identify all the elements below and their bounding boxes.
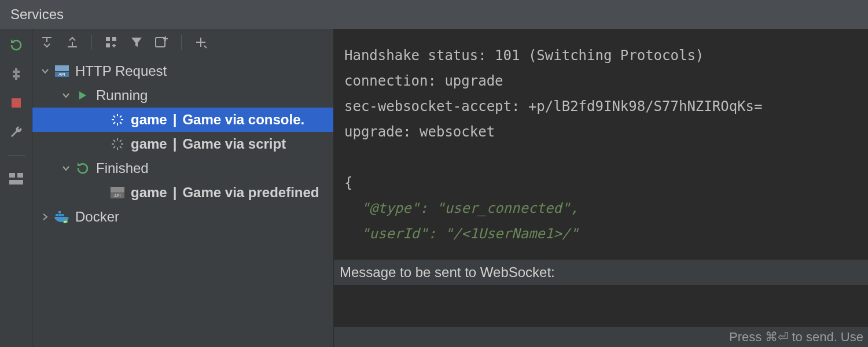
svg-rect-0 [12, 98, 21, 108]
svg-rect-2 [17, 173, 23, 178]
output-line: connection: upgrade [344, 73, 503, 89]
svg-rect-30 [56, 214, 58, 216]
status-bar: Press ⌘⏎ to send. Use [334, 326, 868, 347]
svg-rect-1 [9, 173, 15, 178]
tree-label: Running [96, 87, 148, 104]
output-line: upgrade: websocket [344, 124, 495, 140]
layout-icon[interactable] [8, 171, 24, 187]
svg-line-23 [113, 140, 115, 142]
svg-text:API: API [114, 194, 120, 198]
wrench-icon[interactable] [8, 124, 24, 140]
tree-item-name: game [131, 136, 167, 152]
services-tree[interactable]: API HTTP Request Running game | [32, 56, 333, 347]
message-label-text: Message to be sent to WebSocket: [340, 264, 555, 280]
open-new-tab-icon[interactable] [152, 32, 172, 52]
svg-rect-32 [61, 214, 64, 216]
svg-rect-4 [106, 37, 110, 41]
svg-rect-27 [111, 187, 124, 193]
toolbar-separator [181, 35, 182, 50]
svg-rect-33 [58, 211, 61, 213]
svg-rect-5 [112, 37, 116, 41]
separator [8, 155, 25, 156]
response-output[interactable]: Handshake status: 101 (Switching Protoco… [334, 29, 868, 259]
filter-icon[interactable] [127, 32, 146, 52]
chevron-down-icon [60, 91, 72, 99]
collapse-all-icon[interactable] [62, 32, 82, 52]
spinner-icon [110, 136, 125, 152]
tree-item-desc: Game via script [182, 136, 286, 152]
right-pane: Handshake status: 101 (Switching Protoco… [333, 29, 868, 347]
expand-all-icon[interactable] [37, 32, 57, 52]
tree-item-name: game [131, 112, 167, 128]
svg-rect-31 [58, 214, 61, 216]
toolbar-separator [91, 35, 92, 50]
tree-node-finished[interactable]: Finished [32, 156, 333, 180]
play-icon [75, 88, 90, 103]
docker-icon [54, 209, 69, 224]
tree-node-http-request[interactable]: API HTTP Request [32, 59, 333, 83]
left-action-strip [0, 29, 32, 347]
services-tree-panel: API HTTP Request Running game | [32, 29, 333, 347]
main-area: API HTTP Request Running game | [0, 29, 868, 347]
chevron-down-icon [60, 164, 72, 172]
tree-label: Docker [75, 209, 119, 225]
tool-window-title: Services [0, 0, 868, 29]
svg-rect-6 [106, 43, 110, 47]
tree-node-running[interactable]: Running [32, 83, 333, 108]
svg-line-25 [113, 146, 115, 148]
svg-line-15 [113, 116, 115, 117]
api-icon: API [110, 185, 125, 200]
spinner-icon [110, 112, 125, 127]
message-label: Message to be sent to WebSocket: [334, 259, 868, 286]
pipe: | [173, 112, 177, 128]
svg-line-18 [120, 116, 122, 117]
plugin-icon[interactable] [8, 66, 24, 82]
tree-item-desc: Game via console. [182, 112, 304, 128]
api-icon: API [54, 64, 69, 79]
rerun-green-icon [75, 161, 90, 176]
tree-node-docker[interactable]: Docker [32, 205, 333, 229]
svg-rect-8 [55, 65, 69, 71]
svg-line-26 [120, 140, 122, 142]
websocket-message-input[interactable] [334, 286, 868, 326]
tree-label: Finished [96, 160, 149, 176]
pipe: | [173, 184, 177, 201]
pipe: | [173, 136, 177, 152]
status-hint: Press ⌘⏎ to send. Use [729, 330, 863, 345]
rerun-icon[interactable] [8, 37, 24, 53]
output-line: "userId": "/<1UserName1>/" [344, 226, 579, 242]
output-line: "@type": "user_connected", [344, 200, 579, 216]
output-line: Handshake status: 101 (Switching Protoco… [344, 47, 704, 64]
svg-line-24 [120, 146, 122, 148]
tree-node-game-console[interactable]: game | Game via console. [32, 108, 333, 132]
output-line: { [344, 175, 352, 191]
svg-line-17 [113, 122, 115, 124]
chevron-right-icon [39, 213, 51, 221]
svg-rect-3 [9, 180, 23, 184]
svg-line-16 [120, 122, 122, 124]
title-text: Services [10, 6, 64, 23]
add-icon[interactable] [191, 32, 211, 52]
tree-item-desc: Game via predefined [182, 184, 319, 201]
tree-toolbar [32, 29, 333, 56]
tree-label: HTTP Request [75, 63, 167, 79]
tree-node-game-predefined[interactable]: API game | Game via predefined [32, 180, 333, 205]
svg-text:API: API [58, 72, 65, 76]
tree-item-name: game [131, 184, 167, 201]
tree-node-game-script[interactable]: game | Game via script [32, 132, 333, 156]
chevron-down-icon [39, 67, 51, 75]
group-icon[interactable] [101, 32, 121, 52]
stop-icon[interactable] [8, 95, 24, 111]
output-line: sec-websocket-accept: +p/lB2fd9INk98/S77… [344, 98, 762, 115]
